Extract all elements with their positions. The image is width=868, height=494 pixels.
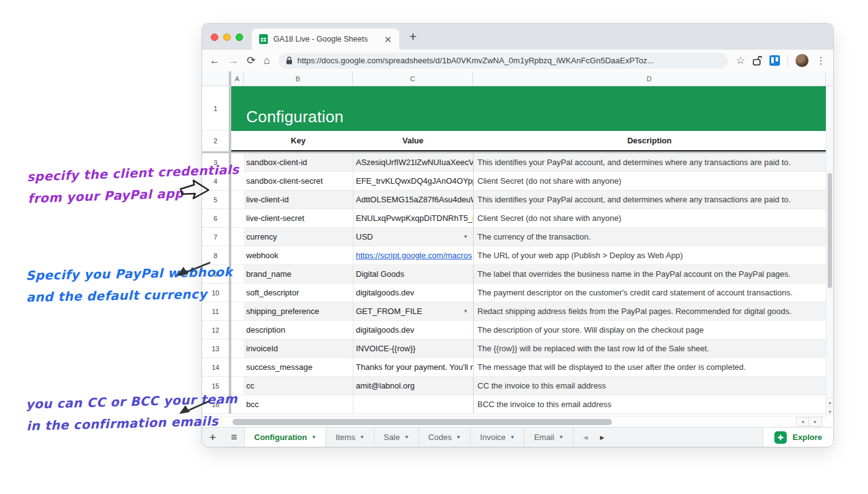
cell-value[interactable]: USD ▼ — [353, 228, 473, 246]
cell-key[interactable]: cc — [244, 377, 353, 395]
cell-a[interactable] — [231, 246, 244, 265]
cell-value[interactable]: Digital Goods ▼ — [353, 265, 473, 284]
row-number[interactable]: 13 — [202, 339, 229, 358]
cell-description[interactable]: The description of your store. Will disp… — [473, 321, 826, 339]
menu-kebab-icon[interactable]: ⋮ — [816, 55, 826, 66]
sheet-banner-title[interactable]: Configuration — [231, 86, 826, 131]
reload-icon[interactable]: ⟳ — [247, 55, 255, 66]
cell-description[interactable]: The message that will be displayed to th… — [473, 358, 826, 377]
cell-value[interactable]: ▼ — [353, 395, 473, 414]
cell-a[interactable] — [231, 339, 244, 358]
cell-description[interactable]: The payment descriptor on the customer's… — [473, 284, 826, 302]
cell-key[interactable]: shipping_preference — [244, 302, 353, 321]
explore-button[interactable]: Explore — [763, 428, 833, 447]
cell-key[interactable]: soft_descriptor — [244, 284, 353, 302]
scroll-left-icon[interactable]: ◂ — [796, 417, 809, 426]
cell-key[interactable]: description — [244, 321, 353, 339]
cell-description[interactable]: Client Secret (do not share with anyone) — [473, 172, 826, 191]
sheet-tab-caret-icon[interactable]: ▼ — [404, 434, 409, 440]
sheet-tab[interactable]: Invoice ▼ — [471, 428, 525, 447]
sheet-tab[interactable]: Configuration ▼ — [244, 428, 326, 447]
cell-description[interactable]: BCC the invoice to this email address — [473, 395, 826, 414]
sheet-tab-caret-icon[interactable]: ▼ — [360, 434, 365, 440]
bookmark-star-icon[interactable]: ☆ — [736, 54, 745, 67]
avatar[interactable] — [795, 54, 808, 67]
cell-key[interactable]: invoiceId — [244, 339, 353, 358]
header-cell-key[interactable]: Key — [244, 131, 353, 151]
cell-a[interactable] — [231, 358, 244, 377]
cell-description[interactable]: Redact shipping address fields from the … — [473, 302, 826, 321]
cell-value[interactable]: GET_FROM_FILE ▼ — [353, 302, 473, 321]
cell-key[interactable]: sandbox-client-secret — [244, 172, 353, 191]
cell-description[interactable]: This identifies your PayPal account, and… — [473, 191, 826, 209]
horizontal-scrollbar[interactable]: ◂ ▸ — [202, 416, 826, 427]
forward-icon[interactable]: → — [228, 55, 239, 66]
home-icon[interactable]: ⌂ — [264, 55, 270, 66]
cell-description[interactable]: Client Secret (do not share with anyone) — [473, 209, 826, 228]
cell-key[interactable]: webhook — [244, 246, 353, 265]
cell-value[interactable]: EFE_trvKLQwxDQ4gJAnO4OYppy ▼ — [353, 172, 473, 191]
dropdown-caret-icon[interactable]: ▼ — [463, 302, 468, 321]
row-number[interactable]: 14 — [202, 358, 229, 377]
open-lock-extension-icon[interactable] — [753, 55, 762, 66]
row-number[interactable]: 1 — [202, 86, 229, 131]
column-header-c[interactable]: C — [353, 71, 473, 86]
header-cell-value[interactable]: Value — [353, 131, 473, 151]
row-number[interactable]: 6 — [202, 209, 229, 228]
cell-value[interactable]: amit@labnol.org ▼ — [353, 377, 473, 395]
cell-description[interactable]: The currency of the transaction. — [473, 228, 826, 246]
sheet-tab[interactable]: Email ▼ — [525, 428, 573, 447]
cell-value[interactable]: Thanks for your payment. You'll re ▼ — [353, 358, 473, 377]
trello-extension-icon[interactable] — [769, 55, 780, 66]
cell-value[interactable]: https://script.google.com/macros ▼ — [353, 246, 473, 265]
cell-a[interactable] — [231, 321, 244, 339]
cell-description[interactable]: This identifies your PayPal account, and… — [473, 153, 826, 172]
column-header-b[interactable]: B — [244, 71, 353, 86]
cell-description[interactable]: The {{row}} will be replaced with the la… — [473, 339, 826, 358]
cell-a[interactable] — [231, 284, 244, 302]
tab-close-icon[interactable]: ✕ — [384, 35, 392, 44]
sheet-tab-caret-icon[interactable]: ▼ — [456, 434, 461, 440]
minimize-window-button[interactable] — [223, 34, 231, 41]
address-bar[interactable]: https://docs.google.com/spreadsheets/d/1… — [278, 53, 728, 69]
cell-key[interactable]: bcc — [244, 395, 353, 414]
close-window-button[interactable] — [211, 34, 218, 41]
browser-tab[interactable]: GA18 Live - Google Sheets ✕ — [252, 29, 399, 50]
header-cell-a[interactable] — [231, 131, 244, 151]
cell-a[interactable] — [231, 265, 244, 284]
cell-key[interactable]: live-client-secret — [244, 209, 353, 228]
cell-value[interactable]: digitalgoods.dev ▼ — [353, 284, 473, 302]
column-header-d[interactable]: D — [473, 71, 826, 86]
cell-description[interactable]: CC the invoice to this email address — [473, 377, 826, 395]
row-number[interactable]: 12 — [202, 321, 229, 339]
sheet-tab-caret-icon[interactable]: ▼ — [559, 434, 564, 440]
cell-value[interactable]: digitalgoods.dev ▼ — [353, 321, 473, 339]
scroll-down-icon[interactable]: ▼ — [826, 406, 833, 416]
cell-value[interactable]: INVOICE-{{row}} ▼ — [353, 339, 473, 358]
vertical-scrollbar[interactable]: ▲ ▼ — [826, 86, 833, 416]
maximize-window-button[interactable] — [236, 34, 243, 41]
cell-a[interactable] — [231, 228, 244, 246]
row-number[interactable]: 7 — [202, 228, 229, 246]
cell-key[interactable]: sandbox-client-id — [244, 153, 353, 172]
cell-key[interactable]: success_message — [244, 358, 353, 377]
cell-value[interactable]: ASzesiqUrfIW21lZwNUIuaXeecV7 ▼ — [353, 153, 473, 172]
back-icon[interactable]: ← — [210, 55, 220, 66]
tabs-scroll-left-icon[interactable]: ◀ — [583, 434, 588, 441]
cell-description[interactable]: The URL of your web app (Publish > Deplo… — [473, 246, 826, 265]
row-number[interactable]: 2 — [202, 131, 229, 151]
new-tab-button[interactable]: + — [409, 29, 417, 44]
sheet-tab[interactable]: Codes ▼ — [419, 428, 471, 447]
sheet-tab-caret-icon[interactable]: ▼ — [311, 434, 316, 440]
cell-key[interactable]: currency — [244, 228, 353, 246]
cell-value[interactable]: ENULxqPvwpKxqpDiTDNRhT5_PV ▼ — [353, 209, 473, 228]
cell-key[interactable]: live-client-id — [244, 191, 353, 209]
dropdown-caret-icon[interactable]: ▼ — [463, 228, 468, 246]
sheet-tab-caret-icon[interactable]: ▼ — [510, 434, 515, 440]
cell-a[interactable] — [231, 209, 244, 228]
cell-description[interactable]: The label that overrides the business na… — [473, 265, 826, 284]
sheet-tab[interactable]: Sale ▼ — [374, 428, 419, 447]
column-header-a[interactable]: A — [231, 71, 244, 86]
cell-a[interactable] — [231, 302, 244, 321]
cell-key[interactable]: brand_name — [244, 265, 353, 284]
